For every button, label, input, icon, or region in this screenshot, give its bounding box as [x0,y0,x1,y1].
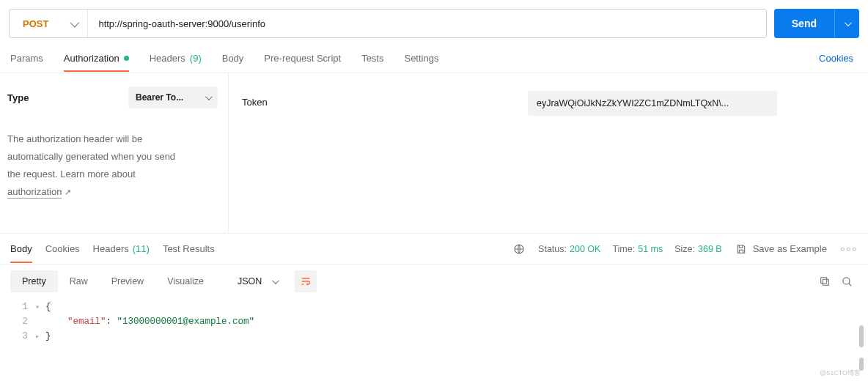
json-key: "email" [67,317,106,327]
save-icon [735,243,747,255]
http-method-select[interactable]: POST [10,10,88,37]
more-options-icon[interactable]: ○○○ [840,245,858,253]
json-value: "13000000001@example.com" [117,317,255,327]
response-body-editor[interactable]: 1 ▾ { 2 "email": "13000000001@example.co… [0,298,868,347]
time-label: Time: [612,244,635,254]
chevron-down-icon [845,19,852,26]
line-number: 3 [0,331,35,341]
watermark: @51CTO博客 [820,369,861,378]
language-value: JSON [238,276,262,286]
send-options-button[interactable] [834,9,859,38]
auth-type-value: Bearer To... [136,92,183,103]
line-number: 2 [0,317,35,327]
resp-tab-headers[interactable]: Headers (11) [93,234,150,263]
resp-tab-headers-label: Headers [93,243,129,254]
unsaved-dot-icon [124,56,129,61]
status-label: Status: [538,244,567,254]
external-link-icon: ↗ [65,188,71,196]
svg-rect-2 [821,278,827,284]
json-open-brace: { [45,302,51,312]
tab-tests[interactable]: Tests [361,45,383,71]
status-value: 200 OK [570,244,600,254]
chevron-down-icon [70,18,80,27]
save-as-example-label: Save as Example [753,243,827,254]
token-input[interactable] [528,91,777,116]
chevron-down-icon [272,277,279,284]
auth-description: The authorization header will be automat… [7,130,218,201]
json-close-brace: } [45,331,51,341]
line-number: 1 [0,302,35,312]
search-icon [841,275,853,288]
globe-icon[interactable] [513,243,525,255]
json-colon: : [106,317,117,327]
view-mode-pretty[interactable]: Pretty [10,270,58,292]
tab-params[interactable]: Params [10,45,43,71]
url-input[interactable] [88,18,765,29]
auth-type-select[interactable]: Bearer To... [128,86,218,108]
resp-tab-test-results[interactable]: Test Results [163,234,215,263]
authorization-help-link[interactable]: authorization [7,186,62,199]
wrap-lines-button[interactable] [295,270,317,292]
tab-headers-label: Headers [150,53,185,64]
size-label: Size: [674,244,695,254]
language-select[interactable]: JSON [229,271,286,292]
response-status-group: Status: 200 OK Time: 51 ms Size: 369 B [538,244,722,254]
tab-headers[interactable]: Headers (9) [150,45,202,71]
view-mode-raw[interactable]: Raw [58,270,100,292]
auth-type-label: Type [7,92,29,103]
resp-tab-body[interactable]: Body [10,234,32,263]
size-value: 369 B [698,244,722,254]
resp-headers-count: (11) [133,243,150,254]
request-tabs: Params Authorization Headers (9) Body Pr… [0,44,868,73]
copy-button[interactable] [814,270,836,292]
tab-authorization[interactable]: Authorization [64,45,129,71]
copy-icon [819,275,831,287]
send-button[interactable]: Send [774,9,834,38]
fold-end-icon: ▸ [35,332,45,341]
token-label: Token [242,91,499,108]
cookies-link[interactable]: Cookies [819,53,858,64]
headers-count: (9) [190,53,202,64]
chevron-down-icon [205,93,213,100]
view-mode-preview[interactable]: Preview [100,270,155,292]
search-button[interactable] [836,270,858,292]
resp-tab-cookies[interactable]: Cookies [45,234,80,263]
tab-authorization-label: Authorization [64,53,119,64]
svg-rect-1 [823,279,828,285]
wrap-icon [300,275,312,287]
svg-point-3 [842,277,849,284]
time-value: 51 ms [638,244,663,254]
fold-toggle-icon[interactable]: ▾ [35,303,45,311]
scrollbar-handle[interactable] [859,325,864,347]
view-mode-visualize[interactable]: Visualize [155,270,216,292]
tab-settings[interactable]: Settings [404,45,438,71]
save-as-example-button[interactable]: Save as Example [735,243,827,255]
tab-body[interactable]: Body [222,45,244,71]
http-method-label: POST [23,18,48,29]
tab-prerequest[interactable]: Pre-request Script [264,45,341,71]
